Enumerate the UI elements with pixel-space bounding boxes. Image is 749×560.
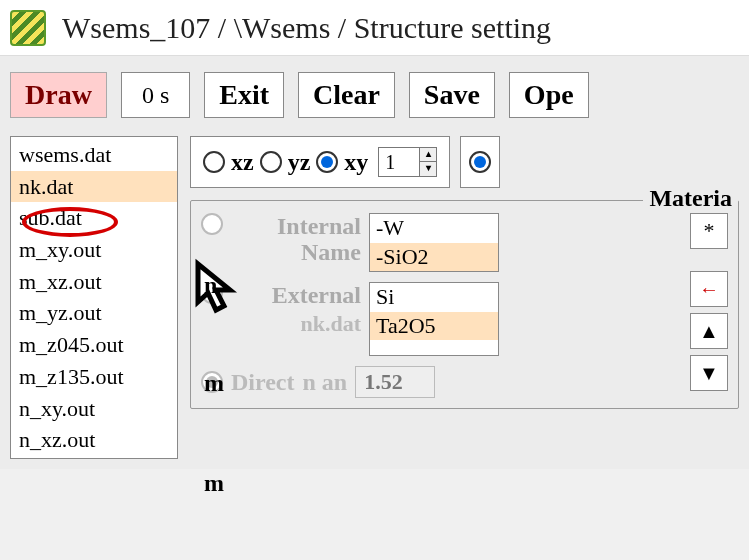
arrow-down-icon[interactable]: ▼ xyxy=(690,355,728,391)
label-xz: xz xyxy=(231,149,254,176)
n-value-field[interactable]: 1.52 xyxy=(355,366,435,398)
file-item[interactable]: n_xy.out xyxy=(11,393,177,425)
list-item[interactable]: -SiO2 xyxy=(370,243,498,272)
radio-internal[interactable] xyxy=(201,213,223,235)
layer-input[interactable] xyxy=(379,148,419,176)
internal-label: Internal Name xyxy=(231,213,361,266)
material-groupbox: Materia Internal Name -W -SiO2 xyxy=(190,200,739,409)
open-button[interactable]: Ope xyxy=(509,72,589,118)
plane-selector: xz yz xy ▴ ▾ xyxy=(190,136,450,188)
side-char: n xyxy=(204,272,217,299)
material-legend: Materia xyxy=(643,185,738,212)
save-button[interactable]: Save xyxy=(409,72,495,118)
content-area: Draw 0 s Exit Clear Save Ope wsems.dat n… xyxy=(0,56,749,469)
spinner-down-icon[interactable]: ▾ xyxy=(420,162,436,176)
radio-xz[interactable] xyxy=(203,151,225,173)
draw-button[interactable]: Draw xyxy=(10,72,107,118)
file-list[interactable]: wsems.dat nk.dat sub.dat m_xy.out m_xz.o… xyxy=(10,136,178,459)
n-label: n an xyxy=(303,369,348,396)
external-list[interactable]: Si Ta2O5 xyxy=(369,282,499,356)
material-buttons: * ← ▲ ▼ xyxy=(690,213,728,398)
spinner-up-icon[interactable]: ▴ xyxy=(420,148,436,162)
radio-xy[interactable] xyxy=(316,151,338,173)
exit-button[interactable]: Exit xyxy=(204,72,284,118)
file-item[interactable]: m_yz.out xyxy=(11,297,177,329)
radio-secondary[interactable] xyxy=(469,151,491,173)
arrow-up-icon[interactable]: ▲ xyxy=(690,313,728,349)
toolbar: Draw 0 s Exit Clear Save Ope xyxy=(10,72,739,118)
star-button[interactable]: * xyxy=(690,213,728,249)
label-yz: yz xyxy=(288,149,311,176)
layer-spinner[interactable]: ▴ ▾ xyxy=(378,147,437,177)
file-item[interactable]: m_z045.out xyxy=(11,329,177,361)
radio-yz[interactable] xyxy=(260,151,282,173)
app-icon xyxy=(10,10,46,46)
list-item[interactable]: Ta2O5 xyxy=(370,312,498,341)
file-item[interactable]: m_xy.out xyxy=(11,234,177,266)
side-char: m xyxy=(204,370,224,397)
list-item[interactable]: Si xyxy=(370,283,498,312)
titlebar: Wsems_107 / \Wsems / Structure setting xyxy=(0,0,749,56)
window-title: Wsems_107 / \Wsems / Structure setting xyxy=(62,11,551,45)
file-item[interactable]: nk.dat xyxy=(11,171,177,203)
list-item[interactable]: -W xyxy=(370,214,498,243)
external-label: External xyxy=(231,282,361,308)
nkdat-label: nk.dat xyxy=(231,311,361,337)
file-item[interactable]: m_z135.out xyxy=(11,361,177,393)
internal-list[interactable]: -W -SiO2 xyxy=(369,213,499,272)
secondary-radio-box xyxy=(460,136,500,188)
file-item[interactable]: n_xz.out xyxy=(11,424,177,456)
file-item[interactable]: m_xz.out xyxy=(11,266,177,298)
time-display[interactable]: 0 s xyxy=(121,72,190,118)
clear-button[interactable]: Clear xyxy=(298,72,395,118)
direct-label: Direct xyxy=(231,369,295,396)
side-char: m xyxy=(204,470,224,497)
label-xy: xy xyxy=(344,149,368,176)
file-item[interactable]: wsems.dat xyxy=(11,139,177,171)
file-item[interactable]: sub.dat xyxy=(11,202,177,234)
arrow-left-icon[interactable]: ← xyxy=(690,271,728,307)
